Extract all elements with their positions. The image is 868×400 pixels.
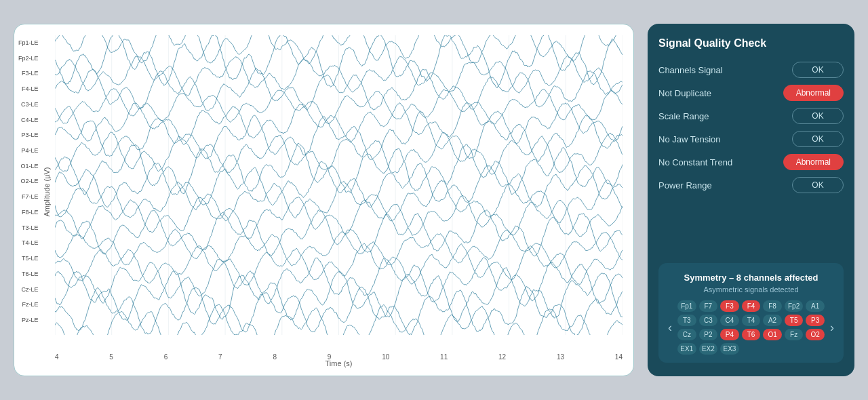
channel-chip: P4	[720, 329, 739, 340]
channel-chip: Fz	[785, 329, 804, 340]
channel-label: C4-LE	[18, 117, 39, 123]
channel-chip: EX2	[699, 343, 718, 355]
channel-chip: A2	[763, 315, 782, 326]
channel-label: Cz-LE	[18, 287, 39, 293]
channel-chip: F4	[742, 300, 761, 312]
channel-chip: O1	[763, 329, 782, 340]
channel-label: Pz-LE	[18, 317, 39, 323]
channel-grid: Fp1F7F3F4F8Fp2A1T3C3C4T4A2T5P3CzP2P4T6O1…	[677, 300, 825, 355]
channel-label: T5-LE	[18, 256, 39, 262]
channel-label: F8-LE	[18, 209, 39, 216]
channel-labels: Fp1-LEFp2-LEF3-LEF4-LEC3-LEC4-LEP3-LEP4-…	[18, 35, 39, 328]
symmetry-next-button[interactable]: ›	[827, 321, 837, 335]
channel-label: Fz-LE	[18, 302, 39, 308]
x-tick: 10	[382, 353, 389, 361]
symmetry-prev-button[interactable]: ‹	[665, 321, 675, 335]
channel-chip: O2	[806, 329, 825, 340]
signal-row-label: No Jaw Tension	[658, 134, 721, 144]
x-tick: 12	[498, 353, 506, 361]
status-badge: Abnormal	[783, 154, 844, 170]
status-badge: OK	[792, 108, 844, 124]
symmetry-section: Symmetry – 8 channels affected Asymmetri…	[658, 263, 844, 363]
signal-panel: Signal Quality Check Channels SignalOKNo…	[648, 24, 854, 376]
x-axis-label: Time (s)	[326, 359, 353, 367]
channel-label: P3-LE	[18, 132, 39, 138]
channel-chip: P3	[806, 315, 825, 326]
x-tick: 4	[55, 353, 59, 361]
status-badge: OK	[792, 131, 844, 147]
channel-label: Fp1-LE	[18, 40, 39, 46]
chart-area: Amplitude (µV) Fp1-LEFp2-LEF3-LEF4-LEC3-…	[55, 35, 623, 348]
signal-row: Channels SignalOK	[658, 62, 844, 78]
channel-chip: C4	[720, 315, 739, 326]
channel-chip: T6	[742, 329, 761, 340]
channel-label: C3-LE	[18, 102, 39, 108]
channel-label: T4-LE	[18, 240, 39, 246]
channel-label: O2-LE	[18, 178, 39, 184]
signal-row: Scale RangeOK	[658, 108, 844, 124]
x-tick: 6	[164, 353, 168, 361]
status-badge: Abnormal	[783, 85, 844, 101]
status-badge: OK	[792, 177, 844, 193]
y-axis-label: Amplitude (µV)	[43, 167, 51, 217]
signal-quality-title: Signal Quality Check	[658, 37, 844, 49]
symmetry-title: Symmetry – 8 channels affected	[665, 273, 837, 283]
channel-chip: Fp1	[677, 300, 696, 312]
channel-chip: F3	[720, 300, 739, 312]
symmetry-subtitle: Asymmetric signals detected	[665, 285, 837, 294]
channel-chip: EX1	[677, 343, 696, 355]
channel-chip: A1	[806, 300, 825, 312]
signal-row: Power RangeOK	[658, 177, 844, 193]
chart-panel: Amplitude (µV) Fp1-LEFp2-LEF3-LEF4-LEC3-…	[14, 24, 634, 376]
channel-chip: T5	[785, 315, 804, 326]
channel-label: O1-LE	[18, 163, 39, 169]
channel-chip: C3	[699, 315, 718, 326]
symmetry-nav: ‹ Fp1F7F3F4F8Fp2A1T3C3C4T4A2T5P3CzP2P4T6…	[665, 300, 837, 355]
channel-label: F4-LE	[18, 86, 39, 92]
signal-row-label: Scale Range	[658, 111, 709, 121]
x-tick: 14	[615, 353, 623, 361]
channel-chip: F7	[699, 300, 718, 312]
status-badge: OK	[792, 62, 844, 78]
channel-label: T6-LE	[18, 271, 39, 277]
channel-chip: T4	[742, 315, 761, 326]
main-container: Amplitude (µV) Fp1-LEFp2-LEF3-LEF4-LEC3-…	[0, 0, 868, 400]
channel-chip: Fp2	[785, 300, 804, 312]
channel-chip: Cz	[677, 329, 696, 340]
signal-row-label: No Constant Trend	[658, 157, 732, 167]
channel-label: F3-LE	[18, 71, 39, 77]
x-tick: 11	[440, 353, 448, 361]
channel-chip: EX3	[720, 343, 739, 355]
signal-row: No Constant TrendAbnormal	[658, 154, 844, 170]
channel-chip: F8	[763, 300, 782, 312]
x-tick: 7	[218, 353, 222, 361]
channel-label: F7-LE	[18, 194, 39, 200]
channel-label: P4-LE	[18, 148, 39, 154]
channel-label: T3-LE	[18, 225, 39, 231]
signal-row-label: Not Duplicate	[658, 88, 711, 98]
eeg-chart-svg	[55, 35, 623, 335]
signal-row: No Jaw TensionOK	[658, 131, 844, 147]
x-tick: 5	[109, 353, 113, 361]
signal-row: Not DuplicateAbnormal	[658, 85, 844, 101]
signal-row-label: Channels Signal	[658, 65, 723, 75]
channel-chip: T3	[677, 315, 696, 326]
channel-chip: P2	[699, 329, 718, 340]
x-tick: 13	[557, 353, 564, 361]
signal-row-label: Power Range	[658, 180, 712, 191]
channel-label: Fp2-LE	[18, 56, 39, 62]
x-tick: 8	[273, 353, 277, 361]
